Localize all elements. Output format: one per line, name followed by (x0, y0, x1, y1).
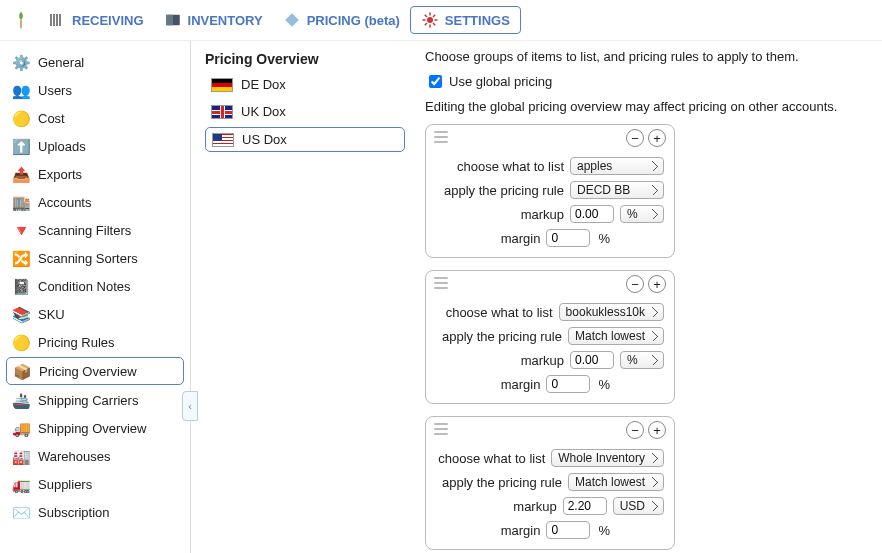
sidebar-item-condition-notes[interactable]: 📓Condition Notes (6, 273, 184, 299)
sidebar-item-general[interactable]: ⚙️General (6, 49, 184, 75)
markup-input[interactable] (563, 497, 607, 515)
topnav-tab-settings[interactable]: SETTINGS (410, 6, 521, 34)
svg-line-14 (433, 15, 435, 17)
sidebar-item-label: Uploads (38, 139, 86, 154)
what-to-list-select[interactable]: apples (570, 157, 664, 175)
svg-line-13 (425, 23, 427, 25)
sidebar-item-scanning-sorters[interactable]: 🔀Scanning Sorters (6, 245, 184, 271)
apply-rule-label: apply the pricing rule (444, 183, 564, 198)
percent-label: % (598, 523, 610, 538)
add-rule-button[interactable]: + (648, 129, 666, 147)
topnav-tab-label: INVENTORY (188, 13, 263, 28)
markup-unit-select[interactable]: % (620, 205, 664, 223)
topnav-tab-label: RECEIVING (72, 13, 144, 28)
sidebar-icon: 📚 (12, 305, 30, 323)
gear-icon (421, 11, 439, 29)
sidebar-collapse-handle[interactable]: ‹ (182, 391, 198, 421)
flag-us-icon (212, 133, 234, 147)
sidebar-icon: 🚚 (12, 419, 30, 437)
panel-description: Choose groups of items to list, and pric… (425, 49, 872, 64)
margin-label: margin (501, 523, 541, 538)
margin-label: margin (501, 377, 541, 392)
topnav-tab-inventory[interactable]: INVENTORY (154, 7, 273, 33)
sidebar-divider: ‹ (190, 41, 191, 553)
pricing-rule-select[interactable]: DECD BB (570, 181, 664, 199)
sidebar-icon: ✉️ (12, 503, 30, 521)
what-to-list-select[interactable]: Whole Inventory (551, 449, 664, 467)
drag-handle-icon[interactable] (434, 277, 448, 289)
sidebar-icon: 🚢 (12, 391, 30, 409)
groups-heading: Pricing Overview (205, 51, 405, 67)
markup-input[interactable] (570, 205, 614, 223)
sidebar-icon: 🔀 (12, 249, 30, 267)
sidebar-item-label: Users (38, 83, 72, 98)
sidebar-item-exports[interactable]: 📤Exports (6, 161, 184, 187)
markup-input[interactable] (570, 351, 614, 369)
topnav-tab-label: SETTINGS (445, 13, 510, 28)
group-item-us-dox[interactable]: US Dox (205, 127, 405, 152)
drag-handle-icon[interactable] (434, 131, 448, 143)
sidebar-item-label: Scanning Filters (38, 223, 131, 238)
markup-label: markup (521, 353, 564, 368)
pricing-rule-card: −+choose what to listbookukless10kapply … (425, 270, 675, 404)
group-item-uk-dox[interactable]: UK Dox (205, 100, 405, 123)
pricing-rule-select[interactable]: Match lowest (568, 473, 664, 491)
sidebar-item-label: Scanning Sorters (38, 251, 138, 266)
percent-label: % (598, 377, 610, 392)
sidebar-item-scanning-filters[interactable]: 🔻Scanning Filters (6, 217, 184, 243)
sidebar-item-label: Suppliers (38, 477, 92, 492)
markup-unit-select[interactable]: USD (613, 497, 664, 515)
sidebar-item-users[interactable]: 👥Users (6, 77, 184, 103)
sidebar-item-label: Subscription (38, 505, 110, 520)
svg-line-12 (433, 23, 435, 25)
flag-uk-icon (211, 105, 233, 119)
sidebar-item-shipping-overview[interactable]: 🚚Shipping Overview (6, 415, 184, 441)
sidebar-item-label: Exports (38, 167, 82, 182)
sidebar-item-pricing-rules[interactable]: 🟡Pricing Rules (6, 329, 184, 355)
sidebar-item-accounts[interactable]: 🏬Accounts (6, 189, 184, 215)
remove-rule-button[interactable]: − (626, 129, 644, 147)
use-global-pricing-checkbox[interactable] (429, 75, 442, 88)
markup-label: markup (521, 207, 564, 222)
markup-unit-select[interactable]: % (620, 351, 664, 369)
pricing-rule-select[interactable]: Match lowest (568, 327, 664, 345)
sidebar-item-subscription[interactable]: ✉️Subscription (6, 499, 184, 525)
settings-sidebar: ⚙️General👥Users🟡Cost⬆️Uploads📤Exports🏬Ac… (0, 41, 190, 553)
sidebar-item-warehouses[interactable]: 🏭Warehouses (6, 443, 184, 469)
margin-input[interactable] (546, 521, 590, 539)
margin-input[interactable] (546, 229, 590, 247)
sidebar-item-cost[interactable]: 🟡Cost (6, 105, 184, 131)
drag-handle-icon[interactable] (434, 423, 448, 435)
sidebar-icon: 🚛 (12, 475, 30, 493)
global-pricing-warning: Editing the global pricing overview may … (425, 99, 872, 114)
what-to-list-label: choose what to list (446, 305, 553, 320)
sidebar-item-suppliers[interactable]: 🚛Suppliers (6, 471, 184, 497)
group-item-label: UK Dox (241, 104, 286, 119)
sidebar-icon: 🔻 (12, 221, 30, 239)
add-rule-button[interactable]: + (648, 421, 666, 439)
remove-rule-button[interactable]: − (626, 421, 644, 439)
svg-rect-5 (166, 15, 173, 26)
sidebar-item-pricing-overview[interactable]: 📦Pricing Overview (6, 357, 184, 385)
tag-icon (283, 11, 301, 29)
topnav-tab-pricing-beta-[interactable]: PRICING (beta) (273, 7, 410, 33)
sidebar-item-uploads[interactable]: ⬆️Uploads (6, 133, 184, 159)
group-item-de-dox[interactable]: DE Dox (205, 73, 405, 96)
sidebar-item-label: Warehouses (38, 449, 111, 464)
add-rule-button[interactable]: + (648, 275, 666, 293)
margin-input[interactable] (546, 375, 590, 393)
sidebar-item-label: Pricing Rules (38, 335, 115, 350)
sidebar-icon: 📓 (12, 277, 30, 295)
what-to-list-label: choose what to list (457, 159, 564, 174)
sidebar-icon: 🏭 (12, 447, 30, 465)
pricing-rule-card: −+choose what to listWhole Inventoryappl… (425, 416, 675, 550)
sidebar-item-sku[interactable]: 📚SKU (6, 301, 184, 327)
what-to-list-select[interactable]: bookukless10k (559, 303, 664, 321)
topnav-tab-receiving[interactable]: RECEIVING (38, 7, 154, 33)
sidebar-item-shipping-carriers[interactable]: 🚢Shipping Carriers (6, 387, 184, 413)
sidebar-item-label: Shipping Carriers (38, 393, 138, 408)
sidebar-icon: 👥 (12, 81, 30, 99)
sidebar-icon: 📤 (12, 165, 30, 183)
sidebar-item-label: Accounts (38, 195, 91, 210)
remove-rule-button[interactable]: − (626, 275, 644, 293)
